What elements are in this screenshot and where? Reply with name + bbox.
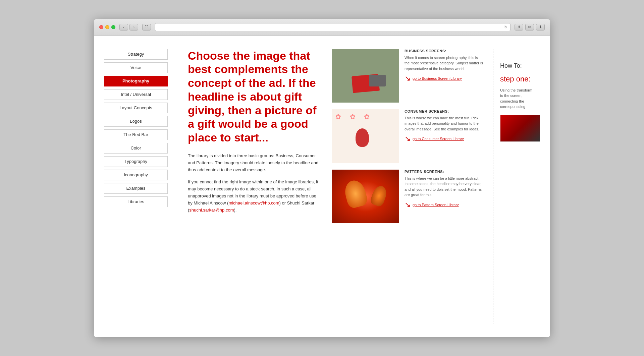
bookmark-button[interactable]: ⧉ bbox=[525, 24, 534, 31]
sidebar-item-logos[interactable]: Logos bbox=[104, 116, 168, 127]
business-screens-info: BUSINESS SCREENS: When it comes to scree… bbox=[405, 49, 483, 82]
body-paragraph-1: The library is divided into three basic … bbox=[188, 153, 322, 173]
pattern-screens-title: PATTERN SCREENS: bbox=[405, 170, 483, 174]
reload-icon[interactable]: ↻ bbox=[504, 25, 510, 29]
main-headline: Choose the image that best complements t… bbox=[188, 49, 322, 145]
consumer-screens-link-container: ↘ go to Consumer Screen Library bbox=[405, 135, 483, 142]
business-screens-desc: When it comes to screen photography, thi… bbox=[405, 55, 483, 72]
consumer-screens-section: CONSUMER SCREENS: This is where we can h… bbox=[332, 109, 483, 163]
pattern-screens-desc: This is where we can be a little more ab… bbox=[405, 176, 483, 198]
business-screens-link-container: ↘ go to Business Screen Library bbox=[405, 75, 483, 82]
browser-content: Strategy Voice Photography Intel / Unive… bbox=[94, 36, 550, 337]
business-screens-section: BUSINESS SCREENS: When it comes to scree… bbox=[332, 49, 483, 103]
maximize-button[interactable] bbox=[111, 25, 115, 29]
sidebar-nav: Strategy Voice Photography Intel / Unive… bbox=[104, 49, 174, 207]
download-button[interactable]: ⬇ bbox=[536, 24, 545, 31]
body-paragraph-2: If you cannot find the right image withi… bbox=[188, 179, 322, 214]
traffic-lights bbox=[99, 25, 115, 29]
toolbar-actions: ⬆ ⧉ ⬇ bbox=[515, 24, 545, 31]
close-button[interactable] bbox=[99, 25, 103, 29]
consumer-screens-info: CONSUMER SCREENS: This is where we can h… bbox=[405, 109, 483, 143]
business-screens-link[interactable]: go to Business Screen Library bbox=[413, 76, 462, 80]
pattern-screens-info: PATTERN SCREENS: This is where we can be… bbox=[405, 170, 483, 209]
right-panel-title: How To: bbox=[500, 62, 533, 69]
business-screens-image bbox=[332, 49, 399, 103]
email-link-2[interactable]: shuchi.sarkar@hp.com bbox=[189, 207, 234, 213]
browser-toolbar: ‹ › ☷ ↻ ⬆ ⧉ ⬇ bbox=[94, 19, 550, 36]
consumer-screens-desc: This is where we can have the most fun. … bbox=[405, 115, 483, 132]
sidebar-item-photography[interactable]: Photography bbox=[104, 76, 168, 86]
tab-button[interactable]: ☷ bbox=[142, 24, 151, 31]
address-bar[interactable]: ↻ bbox=[155, 23, 511, 31]
share-button[interactable]: ⬆ bbox=[515, 24, 523, 31]
sidebar-item-voice[interactable]: Voice bbox=[104, 62, 168, 73]
email-link-1[interactable]: michael.ainscow@hp.com bbox=[228, 200, 279, 205]
nav-buttons: ‹ › bbox=[119, 24, 138, 31]
sidebar-item-the-red-bar[interactable]: The Red Bar bbox=[104, 129, 168, 140]
content-left: Choose the image that best complements t… bbox=[188, 49, 322, 324]
pattern-screens-link[interactable]: go to Pattern Screen Library bbox=[413, 203, 459, 207]
sidebar-item-libraries[interactable]: Libraries bbox=[104, 196, 168, 207]
arrow-down-right-icon: ↘ bbox=[405, 75, 411, 82]
consumer-screens-image bbox=[332, 109, 399, 163]
arrow-down-right-icon-3: ↘ bbox=[405, 201, 411, 209]
sidebar-item-layout-concepts[interactable]: Layout Concepts bbox=[104, 103, 168, 113]
forward-button[interactable]: › bbox=[129, 24, 138, 31]
sidebar: Strategy Voice Photography Intel / Unive… bbox=[94, 36, 181, 337]
sidebar-item-typography[interactable]: Typography bbox=[104, 156, 168, 167]
right-panel: How To: step one: Using the transform to… bbox=[493, 49, 540, 324]
main-content: Choose the image that best complements t… bbox=[181, 36, 550, 337]
consumer-screens-title: CONSUMER SCREENS: bbox=[405, 109, 483, 113]
sidebar-item-iconography[interactable]: Iconography bbox=[104, 170, 168, 180]
pattern-screens-link-container: ↘ go to Pattern Screen Library bbox=[405, 201, 483, 209]
pattern-screens-section: PATTERN SCREENS: This is where we can be… bbox=[332, 170, 483, 223]
right-panel-step: step one: bbox=[500, 75, 533, 83]
sidebar-item-strategy[interactable]: Strategy bbox=[104, 49, 168, 60]
business-screens-title: BUSINESS SCREENS: bbox=[405, 49, 483, 53]
minimize-button[interactable] bbox=[105, 25, 109, 29]
arrow-down-right-icon-2: ↘ bbox=[405, 135, 411, 142]
content-right: BUSINESS SCREENS: When it comes to scree… bbox=[332, 49, 483, 324]
back-button[interactable]: ‹ bbox=[119, 24, 128, 31]
sidebar-item-examples[interactable]: Examples bbox=[104, 183, 168, 194]
right-panel-text: Using the transform to the screen, conne… bbox=[500, 87, 533, 110]
body-text-2c: ). bbox=[234, 207, 236, 213]
pattern-screens-image bbox=[332, 170, 399, 223]
right-panel-screenshot bbox=[500, 115, 540, 142]
sidebar-item-intel-universal[interactable]: Intel / Universal bbox=[104, 89, 168, 100]
sidebar-item-color[interactable]: Color bbox=[104, 143, 168, 154]
browser-window: ‹ › ☷ ↻ ⬆ ⧉ ⬇ Strategy Voice Photography… bbox=[94, 19, 550, 337]
content-body: The library is divided into three basic … bbox=[188, 153, 322, 214]
consumer-screens-link[interactable]: go to Consumer Screen Library bbox=[413, 137, 464, 141]
